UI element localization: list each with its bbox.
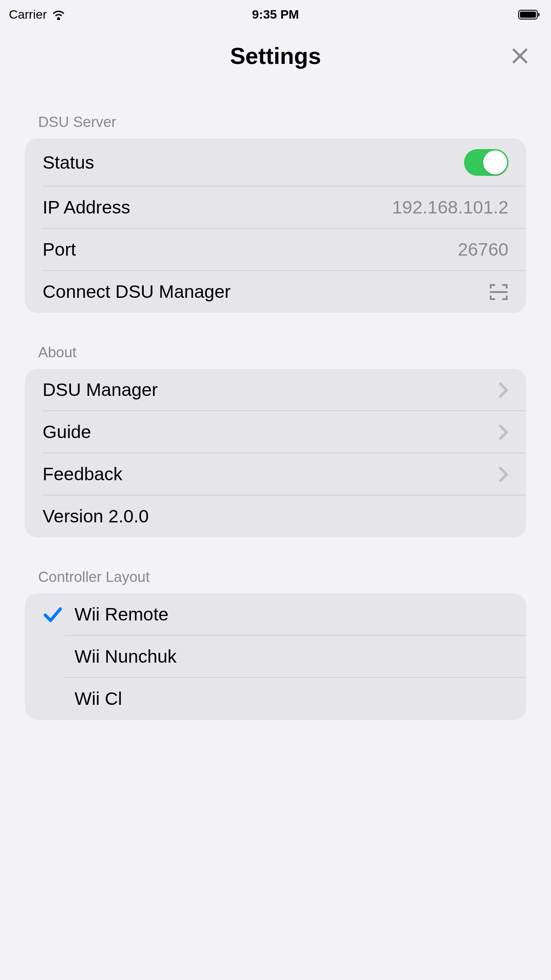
- chevron-right-icon: [499, 466, 508, 482]
- ip-label: IP Address: [43, 197, 130, 218]
- ip-row: IP Address 192.168.101.2: [25, 186, 526, 229]
- section-header-about: About: [25, 344, 526, 361]
- controller-item-label: Wii Nunchuk: [75, 646, 177, 667]
- dsu-manager-label: DSU Manager: [43, 379, 158, 400]
- close-icon: [510, 46, 530, 66]
- version-label: Version 2.0.0: [43, 506, 149, 527]
- status-left: Carrier: [9, 8, 66, 22]
- content: DSU Server Status IP Address 192.168.101…: [0, 114, 551, 720]
- controller-item-label: Wii Remote: [75, 604, 169, 625]
- check-placeholder: [43, 689, 63, 709]
- battery-icon: [518, 9, 540, 20]
- ip-value: 192.168.101.2: [392, 197, 508, 218]
- connect-label: Connect DSU Manager: [43, 281, 231, 302]
- status-row[interactable]: Status: [25, 138, 526, 186]
- status-label: Status: [43, 152, 94, 173]
- dsu-manager-row[interactable]: DSU Manager: [25, 369, 526, 411]
- check-placeholder: [43, 647, 63, 667]
- chevron-right-icon: [499, 382, 508, 398]
- status-bar: Carrier 9:35 PM: [0, 0, 551, 29]
- controller-layout-group: Wii Remote Wii Nunchuk Wii Cl: [25, 593, 526, 720]
- close-button[interactable]: [510, 46, 530, 66]
- status-time: 9:35 PM: [252, 8, 299, 22]
- status-toggle[interactable]: [464, 149, 508, 176]
- guide-label: Guide: [43, 422, 91, 443]
- checkmark-icon: [43, 605, 63, 625]
- section-header-dsu: DSU Server: [25, 114, 526, 130]
- port-value: 26760: [458, 239, 508, 260]
- svg-rect-2: [520, 12, 536, 18]
- connect-dsu-row[interactable]: Connect DSU Manager: [25, 271, 526, 313]
- section-header-controller: Controller Layout: [25, 569, 526, 585]
- controller-wii-nunchuk-row[interactable]: Wii Nunchuk: [25, 636, 526, 678]
- port-row: Port 26760: [25, 229, 526, 271]
- scan-icon: [489, 282, 508, 302]
- version-row: Version 2.0.0: [25, 495, 526, 537]
- feedback-label: Feedback: [43, 464, 122, 485]
- svg-rect-3: [538, 13, 539, 16]
- svg-point-0: [57, 17, 59, 20]
- about-group: DSU Manager Guide Feedback Version 2.0.0: [25, 369, 526, 537]
- guide-row[interactable]: Guide: [25, 411, 526, 453]
- feedback-row[interactable]: Feedback: [25, 453, 526, 495]
- header: Settings: [0, 29, 551, 83]
- carrier-label: Carrier: [9, 8, 47, 22]
- dsu-server-group: Status IP Address 192.168.101.2 Port 267…: [25, 138, 526, 313]
- port-label: Port: [43, 239, 76, 260]
- chevron-right-icon: [499, 424, 508, 440]
- wifi-icon: [51, 9, 66, 20]
- controller-item-label: Wii Cl: [75, 688, 122, 709]
- page-title: Settings: [230, 43, 321, 69]
- controller-wii-remote-row[interactable]: Wii Remote: [25, 593, 526, 636]
- controller-wii-classic-row[interactable]: Wii Cl: [25, 678, 526, 720]
